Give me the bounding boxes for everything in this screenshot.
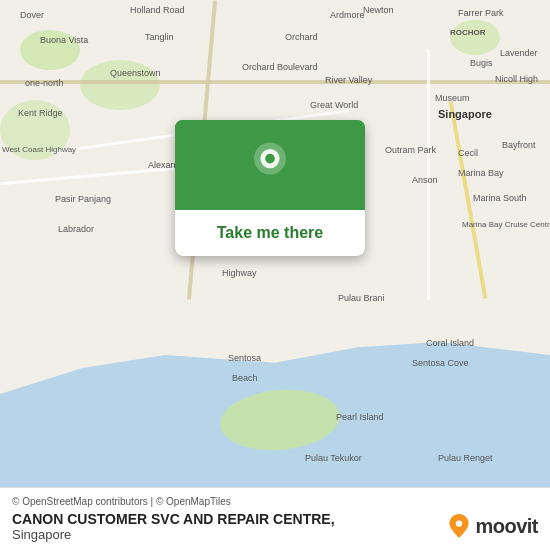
park-dover	[20, 30, 80, 70]
park-queenstown	[80, 60, 160, 110]
location-card: Take me there	[175, 120, 365, 256]
moovit-logo: moovit	[447, 514, 538, 538]
svg-point-3	[456, 520, 462, 526]
road-vertical-2	[427, 50, 430, 300]
svg-point-2	[265, 154, 275, 164]
moovit-text-label: moovit	[475, 515, 538, 538]
map-attribution: © OpenStreetMap contributors | © OpenMap…	[12, 496, 538, 507]
moovit-pin-icon	[447, 514, 471, 538]
card-map-area	[175, 120, 365, 210]
place-location: Singapore	[12, 527, 335, 542]
take-me-there-button[interactable]: Take me there	[175, 210, 365, 256]
road-horizontal-1	[0, 80, 550, 84]
attribution-text: © OpenStreetMap contributors | © OpenMap…	[12, 496, 231, 507]
location-pin-icon	[246, 141, 294, 189]
park-farrer	[450, 20, 500, 55]
bottom-info-panel: © OpenStreetMap contributors | © OpenMap…	[0, 487, 550, 550]
map-container: Dover Holland Road Ardmore Newton Farrer…	[0, 0, 550, 550]
place-name: CANON CUSTOMER SVC AND REPAIR CENTRE,	[12, 511, 335, 527]
